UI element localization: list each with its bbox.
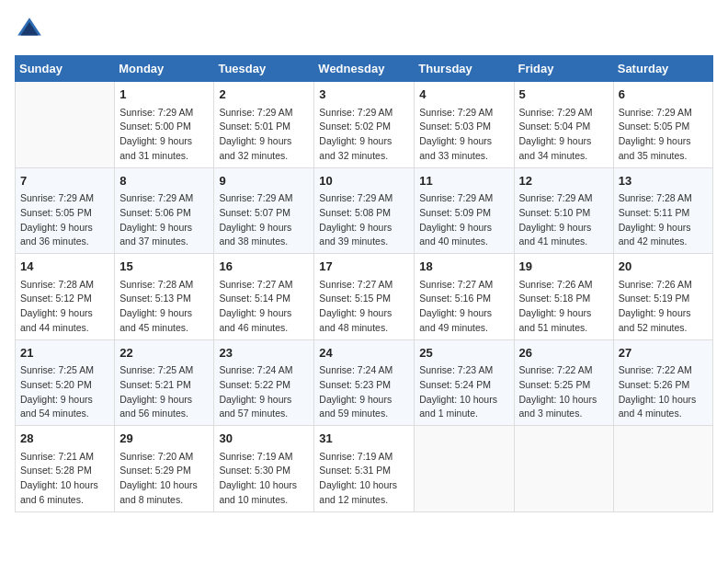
sunrise-text: Sunrise: 7:29 AM [219,106,309,121]
sunset-text: Sunset: 5:06 PM [119,206,209,221]
calendar-cell [514,426,613,512]
daylight-text: Daylight: 9 hours and 40 minutes. [419,221,508,250]
sunrise-text: Sunrise: 7:29 AM [519,191,609,206]
daylight-text: Daylight: 9 hours and 52 minutes. [619,306,708,336]
day-number: 25 [419,344,508,362]
daylight-text: Daylight: 9 hours and 33 minutes. [419,134,508,164]
daylight-text: Daylight: 9 hours and 39 minutes. [319,221,409,250]
calendar-cell: 10Sunrise: 7:29 AMSunset: 5:08 PMDayligh… [314,167,415,254]
day-number: 10 [319,172,409,190]
sunset-text: Sunset: 5:05 PM [20,206,109,221]
day-number: 2 [219,86,309,104]
calendar-cell: 1Sunrise: 7:29 AMSunset: 5:00 PMDaylight… [115,82,214,168]
calendar-cell: 2Sunrise: 7:29 AMSunset: 5:01 PMDaylight… [214,82,314,168]
daylight-text: Daylight: 9 hours and 32 minutes. [319,134,409,164]
sunset-text: Sunset: 5:14 PM [219,292,309,306]
day-number: 16 [219,258,309,276]
sunset-text: Sunset: 5:15 PM [319,292,409,306]
page-header [15,15,713,44]
calendar-week-row: 28Sunrise: 7:21 AMSunset: 5:28 PMDayligh… [16,426,713,512]
sunrise-text: Sunrise: 7:29 AM [219,191,309,206]
daylight-text: Daylight: 9 hours and 32 minutes. [219,134,309,164]
logo [15,15,48,44]
calendar-cell: 29Sunrise: 7:20 AMSunset: 5:29 PMDayligh… [115,426,214,512]
sunrise-text: Sunrise: 7:29 AM [319,106,409,121]
calendar-cell: 9Sunrise: 7:29 AMSunset: 5:07 PMDaylight… [214,167,314,254]
sunset-text: Sunset: 5:04 PM [519,120,609,134]
daylight-text: Daylight: 9 hours and 35 minutes. [619,134,708,164]
calendar-cell: 8Sunrise: 7:29 AMSunset: 5:06 PMDaylight… [115,167,214,254]
sunrise-text: Sunrise: 7:27 AM [219,278,309,293]
day-number: 3 [319,86,409,104]
day-number: 7 [20,172,109,190]
day-number: 18 [419,258,508,276]
sunrise-text: Sunrise: 7:24 AM [219,363,309,378]
calendar-cell: 16Sunrise: 7:27 AMSunset: 5:14 PMDayligh… [214,254,314,340]
weekday-header-sunday: Sunday [16,56,115,82]
daylight-text: Daylight: 10 hours and 8 minutes. [119,478,209,508]
daylight-text: Daylight: 9 hours and 49 minutes. [419,306,508,336]
weekday-header-friday: Friday [514,56,613,82]
daylight-text: Daylight: 9 hours and 41 minutes. [519,221,609,250]
calendar-cell [16,82,115,168]
sunrise-text: Sunrise: 7:29 AM [619,106,708,121]
day-number: 4 [419,86,508,104]
calendar-cell: 17Sunrise: 7:27 AMSunset: 5:15 PMDayligh… [314,254,415,340]
daylight-text: Daylight: 9 hours and 57 minutes. [219,393,309,422]
day-number: 30 [219,430,309,448]
sunrise-text: Sunrise: 7:28 AM [619,191,708,206]
calendar-cell: 18Sunrise: 7:27 AMSunset: 5:16 PMDayligh… [415,254,514,340]
sunset-text: Sunset: 5:31 PM [319,464,409,478]
calendar-week-row: 14Sunrise: 7:28 AMSunset: 5:12 PMDayligh… [16,254,713,340]
sunrise-text: Sunrise: 7:25 AM [119,363,209,378]
sunrise-text: Sunrise: 7:29 AM [319,191,409,206]
day-number: 12 [519,172,609,190]
sunset-text: Sunset: 5:01 PM [219,120,309,134]
day-number: 29 [119,430,209,448]
sunrise-text: Sunrise: 7:27 AM [419,278,508,293]
sunset-text: Sunset: 5:21 PM [119,378,209,393]
logo-icon [15,15,44,44]
sunrise-text: Sunrise: 7:22 AM [619,363,708,378]
calendar-cell: 15Sunrise: 7:28 AMSunset: 5:13 PMDayligh… [115,254,214,340]
calendar-cell: 25Sunrise: 7:23 AMSunset: 5:24 PMDayligh… [415,339,514,426]
calendar-cell: 22Sunrise: 7:25 AMSunset: 5:21 PMDayligh… [115,339,214,426]
sunrise-text: Sunrise: 7:27 AM [319,278,409,293]
daylight-text: Daylight: 9 hours and 48 minutes. [319,306,409,336]
day-number: 15 [119,258,209,276]
sunset-text: Sunset: 5:08 PM [319,206,409,221]
daylight-text: Daylight: 9 hours and 51 minutes. [519,306,609,336]
daylight-text: Daylight: 9 hours and 37 minutes. [119,221,209,250]
day-number: 1 [119,86,209,104]
day-number: 5 [519,86,609,104]
weekday-header-wednesday: Wednesday [314,56,415,82]
daylight-text: Daylight: 9 hours and 34 minutes. [519,134,609,164]
sunrise-text: Sunrise: 7:25 AM [20,363,109,378]
calendar-cell: 19Sunrise: 7:26 AMSunset: 5:18 PMDayligh… [514,254,613,340]
weekday-header-row: SundayMondayTuesdayWednesdayThursdayFrid… [16,56,713,82]
sunrise-text: Sunrise: 7:29 AM [20,191,109,206]
daylight-text: Daylight: 10 hours and 3 minutes. [519,393,609,422]
calendar-table: SundayMondayTuesdayWednesdayThursdayFrid… [15,55,713,512]
day-number: 21 [20,344,109,362]
calendar-cell: 23Sunrise: 7:24 AMSunset: 5:22 PMDayligh… [214,339,314,426]
calendar-cell: 28Sunrise: 7:21 AMSunset: 5:28 PMDayligh… [16,426,115,512]
calendar-cell [415,426,514,512]
sunrise-text: Sunrise: 7:29 AM [119,191,209,206]
sunset-text: Sunset: 5:16 PM [419,292,508,306]
day-number: 23 [219,344,309,362]
calendar-week-row: 21Sunrise: 7:25 AMSunset: 5:20 PMDayligh… [16,339,713,426]
sunrise-text: Sunrise: 7:28 AM [20,278,109,293]
day-number: 6 [619,86,708,104]
day-number: 17 [319,258,409,276]
sunset-text: Sunset: 5:28 PM [20,464,109,478]
sunset-text: Sunset: 5:07 PM [219,206,309,221]
sunset-text: Sunset: 5:22 PM [219,378,309,393]
daylight-text: Daylight: 10 hours and 4 minutes. [619,393,708,422]
daylight-text: Daylight: 10 hours and 6 minutes. [20,478,109,508]
day-number: 14 [20,258,109,276]
sunrise-text: Sunrise: 7:29 AM [119,106,209,121]
day-number: 11 [419,172,508,190]
sunrise-text: Sunrise: 7:22 AM [519,363,609,378]
sunset-text: Sunset: 5:00 PM [119,120,209,134]
